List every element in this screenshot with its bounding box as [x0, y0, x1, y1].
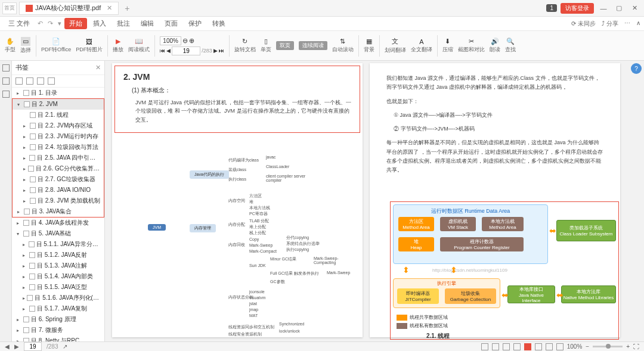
bookmark-item[interactable]: ▸目 6. Spring 原理 [12, 314, 104, 325]
sb-view-7[interactable] [546, 343, 553, 350]
bookmark-item[interactable]: ▸目 1. 目录 [12, 88, 104, 98]
bookmark-item[interactable]: ▸目 2.4. 垃圾回收与算法 [13, 142, 104, 153]
redo-icon[interactable]: ↷ [46, 20, 55, 27]
sb-view-4[interactable] [513, 343, 521, 350]
menu-protect[interactable]: 保护 [184, 18, 206, 29]
sb-view-6[interactable] [535, 343, 542, 350]
read-aloud[interactable]: 🔊朗读 [490, 38, 500, 54]
notification-badge[interactable]: 1 [546, 4, 557, 12]
minimize-button[interactable]: — [597, 5, 609, 12]
menu-convert[interactable]: 转换 [208, 18, 230, 29]
file-menu[interactable]: 三 文件 [4, 18, 35, 29]
sb-zoom-out[interactable]: − [586, 343, 589, 350]
sb-next-icon[interactable]: ▶ [14, 343, 19, 350]
menu-page[interactable]: 页面 [160, 18, 182, 29]
pdf-to-office[interactable]: 📄PDF转Office [41, 38, 71, 54]
close-button[interactable]: ✕ [628, 4, 640, 12]
bookmark-item[interactable]: ▸目 3. JAVA集合 [13, 206, 104, 217]
crop-tool[interactable]: ✂截图和对比 [458, 38, 485, 54]
bookmark-item[interactable]: ▸目 2.5. JAVA 四中引用类型 [13, 153, 104, 163]
auto-scroll[interactable]: ⇅自动滚动 [332, 38, 354, 54]
login-button[interactable]: 访客登录 [561, 3, 594, 14]
bookmark-item[interactable]: ▸目 7. 微服务 [12, 325, 104, 336]
next-page-icon[interactable]: ▶ [213, 48, 218, 54]
sb-view-8[interactable] [556, 343, 564, 350]
undo-icon[interactable]: ↶ [36, 20, 45, 27]
page-input[interactable] [172, 46, 200, 55]
bookmark-item[interactable]: ▸目 2.7. GC垃圾收集器 [13, 174, 104, 185]
bookmark-item[interactable]: ▸目 5.1.5. JAVA泛型 [12, 282, 104, 293]
last-page-icon[interactable]: ⏭ [219, 48, 224, 54]
continuous-read[interactable]: 连续阅读 [299, 41, 327, 50]
zoom-in-icon[interactable]: ⊕ [189, 37, 194, 45]
sb-zoom-in[interactable]: + [626, 343, 630, 350]
read-mode[interactable]: 📖阅读模式 [128, 38, 150, 54]
bookmark-item[interactable]: ▸目 5.1.3. JAVA注解 [12, 260, 104, 271]
dropdown-icon[interactable]: ▾ [56, 20, 63, 27]
sb-page-input[interactable] [24, 342, 42, 351]
sb-view-3[interactable] [503, 343, 510, 350]
bookmark-item[interactable]: 目 2.1. 线程 [13, 110, 104, 120]
sb-view-5[interactable] [524, 343, 531, 350]
bookmark-rail-icon[interactable] [2, 64, 10, 72]
thumbnail-rail-icon[interactable] [2, 77, 10, 85]
bookmark-item[interactable]: ▸目 2.6. GC分代收集算法 VS 分区收集算法 [13, 163, 104, 174]
bookmark-item[interactable]: ▸目 4. JAVA多线程并发 [12, 218, 104, 228]
first-page-icon[interactable]: ⏮ [160, 48, 165, 54]
sidebar-tool-1[interactable] [16, 77, 23, 85]
bookmark-item[interactable]: ▾目 5. JAVA基础 [12, 228, 104, 239]
prev-page-icon[interactable]: ◀ [166, 48, 171, 54]
menu-edit[interactable]: 编辑 [136, 18, 159, 29]
pdf-to-image[interactable]: 🖼PDF转图片 [76, 38, 103, 54]
sidebar-tool-4[interactable] [48, 77, 55, 85]
zoom-out-icon[interactable]: ⊖ [182, 37, 188, 45]
document-viewport[interactable]: 2. JVM (1) 基本概念： JVM 是可运行 Java 代码的假想计算机 … [105, 61, 644, 341]
rotate-tool[interactable]: ↻旋转文档 [234, 38, 256, 54]
sb-fullscreen[interactable]: ⛶ [633, 343, 639, 350]
collapse-icon[interactable]: ∧ [636, 20, 640, 28]
menu-start[interactable]: 开始 [64, 18, 87, 29]
single-page[interactable]: ▯单页 [261, 38, 271, 54]
find-tool[interactable]: 🔍查找 [505, 38, 516, 54]
select-tool[interactable]: ▭选择 [20, 37, 31, 54]
hand-tool[interactable]: ✋手型 [5, 38, 16, 54]
bookmark-item[interactable]: ▸目 5.1.1. JAVA异常分类及处理 [12, 239, 104, 250]
close-tab-icon[interactable]: ✕ [107, 4, 112, 12]
bookmark-item[interactable]: ▾目 2. JVM [13, 99, 104, 110]
home-tab[interactable]: 首页 [2, 2, 17, 14]
add-tab-button[interactable]: + [125, 4, 129, 13]
word-translate[interactable]: 文划词翻译 [385, 37, 406, 54]
more-icon[interactable]: ⋯ [624, 20, 630, 28]
full-translate[interactable]: A全文翻译 [411, 38, 432, 54]
sb-jump-icon[interactable]: ↗ [63, 343, 67, 350]
background-tool[interactable]: ▦背景 [364, 38, 374, 54]
sb-prev-icon[interactable]: ◀ [5, 343, 10, 350]
sidebar-tool-2[interactable] [26, 77, 33, 85]
maximize-button[interactable]: ▢ [613, 4, 625, 12]
bookmark-item[interactable]: ▸目 2.8. JAVA IO/NIO [13, 185, 104, 195]
bookmark-item[interactable]: ▸目 2.2. JVM内存区域 [13, 120, 104, 131]
bookmark-item[interactable]: ▸目 5.1.7. JAVA复制 [12, 303, 104, 314]
sidebar-tool-3[interactable] [37, 77, 44, 85]
share-button[interactable]: ⤴ 分享 [602, 20, 618, 28]
zoom-select[interactable]: 100% [160, 36, 181, 45]
compress-tool[interactable]: ⬇压缩 [442, 38, 453, 54]
menu-insert[interactable]: 插入 [88, 18, 111, 29]
sb-view-2[interactable] [492, 343, 499, 350]
sidebar-close-icon[interactable]: ✕ [95, 64, 101, 72]
bookmark-item[interactable]: ▸目 5.1.6. JAVA序列化(创建可复用的Java对象) [12, 293, 104, 303]
bookmark-item[interactable]: ▸目 8. Netty 与RPC [12, 336, 104, 341]
bookmark-item[interactable]: ▸目 2.3. JVM运行时内存 [13, 131, 104, 142]
attachment-rail-icon[interactable] [2, 91, 10, 98]
double-page[interactable]: 双页 [276, 41, 294, 50]
bookmark-item[interactable]: ▸目 5.1.4. JAVA内部类 [12, 271, 104, 282]
play-tool[interactable]: ▶播放 [113, 38, 123, 54]
file-tab[interactable]: JAVA核心知识整理.pdf ✕ [19, 2, 119, 15]
bookmark-item[interactable]: ▸目 5.1.2. JAVA反射 [12, 250, 104, 260]
sb-view-1[interactable] [481, 343, 488, 350]
sb-zoom[interactable]: 100% [567, 343, 583, 350]
sync-status[interactable]: ⟳ 未同步 [571, 20, 596, 28]
floating-help-icon[interactable]: ? [631, 63, 642, 74]
menu-annotate[interactable]: 批注 [112, 18, 135, 29]
bookmark-item[interactable]: ▸目 2.9. JVM 类加载机制 [13, 195, 104, 206]
